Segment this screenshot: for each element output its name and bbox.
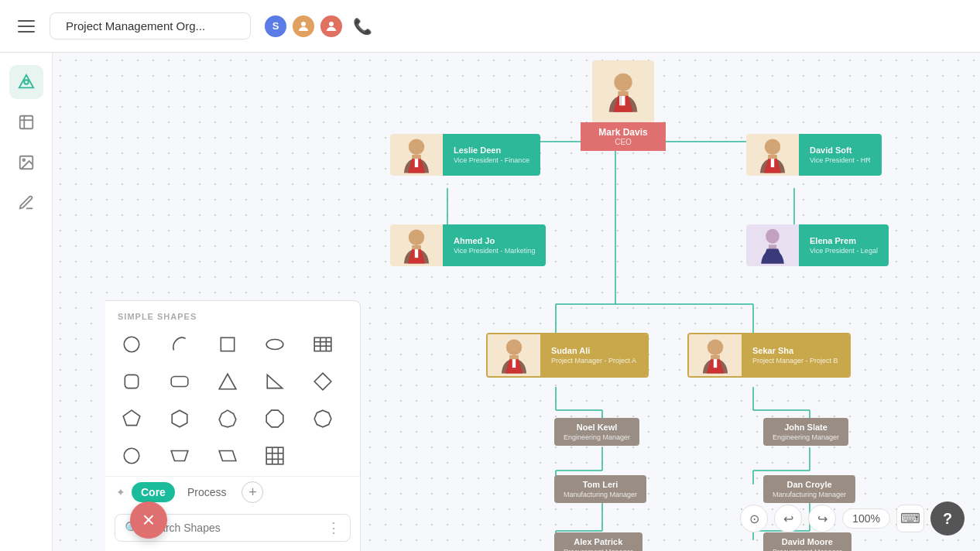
collaborators: S 📞 xyxy=(263,14,372,39)
pm-a-node[interactable]: Sudan Ali Project Manager - Project A xyxy=(486,333,649,378)
title-text: Project Management Org... xyxy=(66,19,205,33)
mfg-a-node[interactable]: Tom Leri Manufacturing Manager xyxy=(554,475,646,503)
svg-point-77 xyxy=(124,448,139,464)
svg-marker-75 xyxy=(267,410,284,427)
svg-marker-74 xyxy=(219,410,236,427)
ceo-role: CEO xyxy=(590,138,656,146)
svg-rect-67 xyxy=(125,375,138,388)
svg-point-1 xyxy=(329,22,334,26)
avatar-s[interactable]: S xyxy=(263,14,288,39)
octagon-shape[interactable] xyxy=(258,402,292,436)
right-triangle-shape[interactable] xyxy=(258,364,292,399)
undo-button[interactable]: ↩ xyxy=(774,505,802,532)
circle-shape[interactable] xyxy=(115,327,149,361)
ceo-name: Mark Davis xyxy=(590,127,656,138)
svg-rect-47 xyxy=(771,159,774,167)
rounded-square-shape[interactable] xyxy=(115,364,149,399)
svg-rect-4 xyxy=(19,116,33,129)
help-button[interactable]: ? xyxy=(930,501,965,536)
svg-rect-40 xyxy=(622,96,625,106)
zoom-level: 100% xyxy=(842,508,890,529)
vp-marketing-node[interactable]: Ahmed Jo Vice President - Marketing xyxy=(390,224,546,266)
svg-rect-58 xyxy=(714,359,717,368)
svg-point-56 xyxy=(708,339,724,355)
canvas[interactable]: Mark Davis CEO Leslie Deen Vice Presiden… xyxy=(53,53,980,551)
add-tab-button[interactable]: + xyxy=(242,481,263,503)
document-title[interactable]: Project Management Org... xyxy=(50,12,251,39)
svg-marker-76 xyxy=(314,410,331,427)
call-button[interactable]: 📞 xyxy=(353,17,372,36)
avatar-a[interactable] xyxy=(291,14,316,39)
rounded-rect-shape[interactable] xyxy=(163,364,197,399)
svg-point-38 xyxy=(614,74,632,91)
more-options-icon[interactable]: ⋮ xyxy=(327,519,341,536)
pentagon-shape[interactable] xyxy=(115,402,149,436)
vp-finance-node[interactable]: Leslie Deen Vice President - Finance xyxy=(390,134,540,176)
decagon-shape[interactable] xyxy=(306,402,340,436)
svg-rect-41 xyxy=(619,96,622,106)
svg-point-59 xyxy=(124,337,139,352)
svg-point-8 xyxy=(22,159,25,161)
parallelogram-shape[interactable] xyxy=(211,439,245,473)
vp-hr-node[interactable]: David Soft Vice President - HR xyxy=(746,134,882,176)
ceo-avatar xyxy=(592,60,654,122)
tab-core[interactable]: Core xyxy=(132,482,175,502)
svg-marker-79 xyxy=(219,451,236,461)
svg-marker-71 xyxy=(314,373,331,390)
svg-marker-78 xyxy=(171,451,188,461)
redo-button[interactable]: ↪ xyxy=(808,505,836,532)
grid-shape[interactable] xyxy=(258,439,292,473)
ellipse-shape[interactable] xyxy=(258,327,292,361)
square-shape[interactable] xyxy=(211,327,245,361)
svg-point-0 xyxy=(301,22,306,26)
eng-b-node[interactable]: John Slate Engineering Manager xyxy=(763,418,848,446)
shapes-grid xyxy=(105,327,360,473)
svg-marker-70 xyxy=(268,375,283,388)
menu-button[interactable] xyxy=(12,12,40,40)
left-sidebar xyxy=(0,53,53,551)
menu-icon xyxy=(18,20,35,33)
svg-rect-60 xyxy=(221,337,234,351)
bottom-controls: ⊙ ↩ ↪ 100% ⌨ ? xyxy=(740,501,965,536)
fab-close-button[interactable]: × xyxy=(130,501,167,539)
search-input[interactable] xyxy=(146,522,320,534)
svg-marker-69 xyxy=(219,374,236,389)
svg-point-51 xyxy=(766,229,780,244)
hexagon-shape[interactable] xyxy=(163,402,197,436)
svg-point-61 xyxy=(267,340,284,350)
svg-marker-73 xyxy=(172,410,187,427)
sidebar-draw[interactable] xyxy=(9,186,43,220)
mfg-b-node[interactable]: Dan Croyle Manufacturing Manager xyxy=(763,475,855,503)
tab-star-icon[interactable]: ✦ xyxy=(116,486,125,498)
svg-marker-72 xyxy=(123,410,140,426)
svg-rect-80 xyxy=(267,447,284,464)
restore-button[interactable]: ⊙ xyxy=(740,505,768,532)
svg-point-3 xyxy=(24,80,29,84)
svg-point-42 xyxy=(409,139,425,155)
keyboard-button[interactable]: ⌨ xyxy=(896,505,924,532)
svg-rect-62 xyxy=(314,337,331,351)
heptagon-shape[interactable] xyxy=(211,402,245,436)
vp-legal-node[interactable]: Elena Prem Vice President - Legal xyxy=(746,224,889,266)
circle2-shape[interactable] xyxy=(115,439,149,473)
sidebar-frame[interactable] xyxy=(9,105,43,139)
diamond-shape[interactable] xyxy=(306,364,340,399)
proc-a-node[interactable]: Alex Patrick Procurement Manager xyxy=(554,532,642,551)
arc-shape[interactable] xyxy=(163,327,197,361)
svg-rect-44 xyxy=(415,159,418,167)
table-shape[interactable] xyxy=(306,327,340,361)
svg-marker-2 xyxy=(19,75,33,88)
avatar-b[interactable] xyxy=(319,14,344,39)
svg-point-53 xyxy=(506,339,523,355)
svg-rect-55 xyxy=(512,359,516,368)
sidebar-image[interactable] xyxy=(9,145,43,180)
pm-b-node[interactable]: Sekar Sha Project Manager - Project B xyxy=(687,333,851,378)
svg-rect-68 xyxy=(171,377,188,387)
sidebar-shapes[interactable] xyxy=(9,65,43,99)
trapezoid-shape[interactable] xyxy=(163,439,197,473)
svg-rect-50 xyxy=(415,249,418,258)
tab-process[interactable]: Process xyxy=(178,482,236,502)
shapes-section-label: SIMPLE SHAPES xyxy=(105,301,360,327)
eng-a-node[interactable]: Noel Kewl Engineering Manager xyxy=(554,418,639,446)
triangle-shape[interactable] xyxy=(211,364,245,399)
